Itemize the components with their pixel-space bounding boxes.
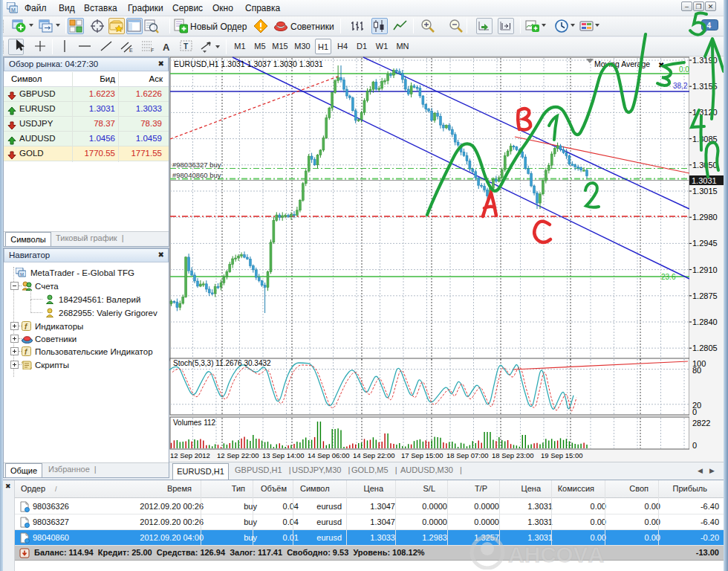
- svg-text:0: 0: [692, 407, 697, 416]
- svg-text:0.0: 0.0: [679, 65, 689, 74]
- svg-text:19 Sep 15:00: 19 Sep 15:00: [541, 451, 583, 459]
- svg-text:13 Sep 14:00: 13 Sep 14:00: [262, 451, 305, 459]
- svg-text:Stoch(5,3,3) 11.2676 30.3432: Stoch(5,3,3) 11.2676 30.3432: [173, 359, 271, 367]
- svg-text:18 Sep 07:00: 18 Sep 07:00: [446, 451, 489, 459]
- svg-text:#98040860 buy: #98040860 buy: [172, 171, 221, 179]
- svg-text:✖: ✖: [658, 61, 664, 69]
- svg-text:0: 0: [692, 441, 697, 450]
- svg-text:1.2945: 1.2945: [692, 239, 718, 248]
- svg-text:Volumes 112: Volumes 112: [173, 419, 216, 427]
- svg-text:14 Sep 06:00: 14 Sep 06:00: [308, 451, 350, 459]
- svg-text:1.2980: 1.2980: [692, 213, 718, 222]
- svg-text:12 Sep 22:00: 12 Sep 22:00: [217, 451, 259, 459]
- svg-text:АНСОVА: АНСОVА: [508, 542, 604, 567]
- svg-text:17 Sep 15:00: 17 Sep 15:00: [401, 451, 443, 459]
- svg-text:1.3050: 1.3050: [692, 161, 718, 170]
- svg-text:4: 4: [707, 22, 712, 30]
- svg-text:2822: 2822: [692, 419, 710, 428]
- svg-text:1.3085: 1.3085: [692, 135, 718, 143]
- svg-text:F: F: [151, 48, 154, 53]
- svg-text:23.6: 23.6: [661, 273, 676, 281]
- svg-text:38,2: 38,2: [673, 82, 688, 90]
- svg-text:EURUSD,H1 1.3031 1.3037 1.303: EURUSD,H1 1.3031 1.3037 1.3030 1.3031: [174, 59, 323, 68]
- svg-text:1.2875: 1.2875: [692, 291, 718, 300]
- svg-text:1.2805: 1.2805: [692, 343, 718, 352]
- svg-text:1.3190: 1.3190: [692, 57, 718, 65]
- svg-text:1.2910: 1.2910: [692, 265, 718, 274]
- svg-text:18 Sep 23:00: 18 Sep 23:00: [492, 451, 534, 459]
- svg-text:1.3015: 1.3015: [692, 187, 718, 196]
- svg-text:14 Sep 22:00: 14 Sep 22:00: [353, 451, 395, 459]
- svg-text:E: E: [129, 48, 133, 53]
- svg-text:12 Sep 2012: 12 Sep 2012: [170, 451, 210, 459]
- svg-text:M: M: [11, 7, 16, 13]
- svg-text:1.3031: 1.3031: [692, 176, 717, 185]
- svg-text:1.3155: 1.3155: [692, 82, 718, 91]
- svg-text:80: 80: [692, 366, 701, 375]
- svg-text:1.3120: 1.3120: [692, 108, 718, 117]
- svg-text:1.2840: 1.2840: [692, 317, 718, 326]
- svg-text:T: T: [183, 42, 188, 51]
- svg-text:Moving Average: Moving Average: [594, 59, 650, 68]
- svg-text:#98036327 buy: #98036327 buy: [172, 161, 221, 169]
- svg-text:M: M: [20, 272, 24, 277]
